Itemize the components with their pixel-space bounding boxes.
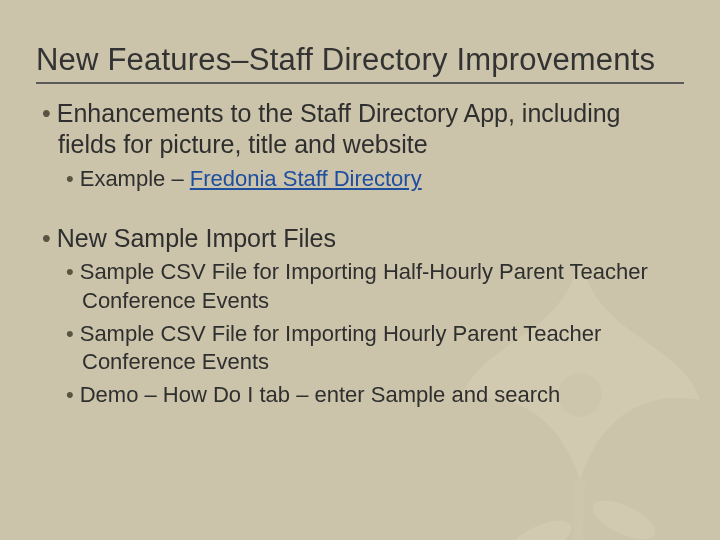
bullet-text: Demo – How Do I tab – enter Sample and s… (80, 382, 561, 407)
slide-title: New Features–Staff Directory Improvement… (36, 42, 684, 84)
bullet-dot-icon: • (42, 224, 51, 252)
bullet-csv-half-hourly: •Sample CSV File for Importing Half-Hour… (62, 258, 684, 315)
bullet-demo: •Demo – How Do I tab – enter Sample and … (62, 381, 684, 410)
bullet-dot-icon: • (66, 166, 74, 191)
spacer (36, 197, 684, 219)
bullet-dot-icon: • (66, 321, 74, 346)
bullet-new-sample-import: •New Sample Import Files (36, 223, 684, 254)
bullet-example: •Example – Fredonia Staff Directory (62, 165, 684, 194)
bullet-csv-hourly: •Sample CSV File for Importing Hourly Pa… (62, 320, 684, 377)
bullet-text: Sample CSV File for Importing Half-Hourl… (80, 259, 648, 313)
bullet-text: Example – (80, 166, 190, 191)
bullet-text: Enhancements to the Staff Directory App,… (57, 99, 621, 158)
bullet-dot-icon: • (66, 259, 74, 284)
bullet-text: New Sample Import Files (57, 224, 336, 252)
bullet-dot-icon: • (42, 99, 51, 127)
bullet-text: Sample CSV File for Importing Hourly Par… (80, 321, 602, 375)
bullet-enhancements: •Enhancements to the Staff Directory App… (36, 98, 684, 161)
bullet-dot-icon: • (66, 382, 74, 407)
slide: New Features–Staff Directory Improvement… (0, 0, 720, 540)
fredonia-staff-directory-link[interactable]: Fredonia Staff Directory (190, 166, 422, 191)
